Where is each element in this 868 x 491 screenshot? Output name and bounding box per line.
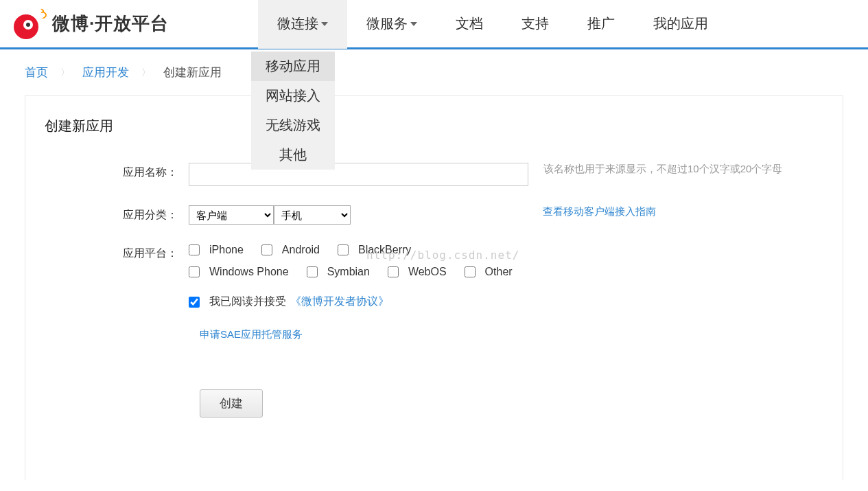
form-row-platform: 应用平台： iPhone Android BlackBerry Windows …	[45, 244, 823, 309]
breadcrumb: 首页 〉 应用开发 〉 创建新应用	[0, 49, 868, 95]
name-label: 应用名称：	[45, 163, 189, 180]
platform-blackberry[interactable]: BlackBerry	[338, 244, 411, 256]
weibo-logo-icon	[14, 9, 48, 39]
platform-label: 应用平台：	[45, 244, 189, 261]
nav-item-service[interactable]: 微服务	[347, 0, 436, 49]
agreement-text: 我已阅读并接受	[209, 295, 286, 309]
nav-item-docs[interactable]: 文档	[436, 0, 502, 49]
form-row-name: 应用名称： 该名称也用于来源显示，不超过10个汉字或20个字母	[45, 163, 823, 186]
agreement-link[interactable]: 《微博开发者协议》	[290, 295, 389, 309]
sae-link[interactable]: 申请SAE应用托管服务	[200, 328, 823, 341]
platform-webos[interactable]: WebOS	[388, 266, 447, 278]
nav-item-promote[interactable]: 推广	[568, 0, 634, 49]
platform-other[interactable]: Other	[465, 266, 513, 278]
dropdown-item-mobile[interactable]: 移动应用	[251, 52, 335, 81]
breadcrumb-home[interactable]: 首页	[25, 65, 48, 80]
category-select[interactable]: 客户端	[189, 205, 274, 225]
dropdown-menu: 移动应用 网站接入 无线游戏 其他	[251, 52, 335, 170]
dropdown-item-other[interactable]: 其他	[251, 140, 335, 170]
platform-checkbox-group: iPhone Android BlackBerry Windows Phone …	[189, 244, 546, 288]
content: 创建新应用 应用名称： 该名称也用于来源显示，不超过10个汉字或20个字母 应用…	[25, 95, 843, 480]
form-row-category: 应用分类： 客户端 手机 查看移动客户端接入指南	[45, 205, 823, 225]
platform-windowsphone[interactable]: Windows Phone	[189, 266, 289, 278]
name-hint: 该名称也用于来源显示，不超过10个汉字或20个字母	[543, 163, 782, 176]
nav-item-support[interactable]: 支持	[502, 0, 568, 49]
page-title: 创建新应用	[45, 117, 823, 135]
breadcrumb-current: 创建新应用	[163, 65, 222, 80]
platform-iphone[interactable]: iPhone	[189, 244, 244, 256]
category-label: 应用分类：	[45, 205, 189, 222]
create-button[interactable]: 创建	[200, 389, 263, 418]
chevron-right-icon: 〉	[60, 67, 70, 79]
chevron-right-icon: 〉	[141, 67, 151, 79]
header: 微博·开放平台 微连接 微服务 文档 支持 推广 我的应用	[0, 0, 868, 49]
dropdown-item-website[interactable]: 网站接入	[251, 81, 335, 111]
nav-item-myapps[interactable]: 我的应用	[634, 0, 727, 49]
logo-text: 微博·开放平台	[52, 12, 169, 36]
agreement-row: 我已阅读并接受 《微博开发者协议》	[189, 295, 823, 309]
breadcrumb-dev[interactable]: 应用开发	[82, 65, 129, 80]
logo[interactable]: 微博·开放平台	[14, 9, 169, 39]
subcategory-select[interactable]: 手机	[274, 205, 351, 225]
nav-item-connect[interactable]: 微连接	[258, 0, 347, 49]
dropdown-item-game[interactable]: 无线游戏	[251, 111, 335, 140]
agreement-checkbox[interactable]	[189, 297, 200, 308]
guide-link[interactable]: 查看移动客户端接入指南	[543, 205, 656, 218]
chevron-down-icon	[321, 22, 328, 26]
chevron-down-icon	[410, 22, 417, 26]
platform-android[interactable]: Android	[261, 244, 320, 256]
main-nav: 微连接 微服务 文档 支持 推广 我的应用	[258, 0, 727, 49]
platform-symbian[interactable]: Symbian	[307, 266, 370, 278]
app-name-input[interactable]	[189, 163, 528, 186]
